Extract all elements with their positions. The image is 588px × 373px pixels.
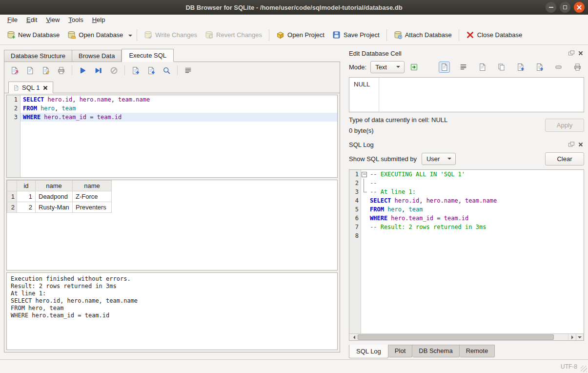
toolbar-separator <box>459 29 459 41</box>
sql-log-text[interactable]: 1 2 3 4 5 6 7 8 <box>349 170 584 333</box>
tab-database-structure[interactable]: Database Structure <box>4 50 72 62</box>
import-icon[interactable] <box>147 66 155 75</box>
clear-button[interactable]: Clear <box>545 152 584 166</box>
dock-float-icon[interactable] <box>568 50 575 57</box>
cell[interactable]: Deadpond <box>36 191 73 202</box>
close-button[interactable] <box>574 2 585 13</box>
sql-editor[interactable]: 1 2 3 SELECT hero.id, hero.name, team.na… <box>6 95 338 178</box>
sql-tab-label: SQL 1 <box>22 84 40 91</box>
log-line <box>367 231 584 240</box>
menu-edit[interactable]: Edit <box>22 15 41 25</box>
execute-current-line-icon[interactable] <box>94 66 102 75</box>
word-wrap-icon[interactable] <box>184 66 192 75</box>
maximize-button[interactable] <box>560 2 570 13</box>
tab-browse-data[interactable]: Browse Data <box>72 50 122 62</box>
toolbar-separator <box>124 65 125 75</box>
set-null-icon[interactable] <box>553 62 564 73</box>
open-file-icon[interactable] <box>477 62 488 73</box>
cell[interactable]: 1 <box>17 191 36 202</box>
row-header[interactable]: 1 <box>7 191 17 202</box>
execute-all-icon[interactable] <box>79 66 87 75</box>
column-header-name[interactable]: name <box>73 181 112 191</box>
cell-size-info: 0 byte(s) <box>349 127 447 134</box>
save-sql-file-icon[interactable] <box>26 66 34 75</box>
export-icon[interactable] <box>131 66 140 75</box>
log-code: -- EXECUTING ALL IN 'SQL 1' -- -- At lin… <box>367 170 584 333</box>
print-icon[interactable] <box>57 66 65 75</box>
tab-remote[interactable]: Remote <box>460 345 495 357</box>
scroll-right-icon[interactable] <box>568 334 576 340</box>
attach-database-button[interactable]: Attach Database <box>390 28 456 42</box>
cell[interactable]: 2 <box>17 202 36 213</box>
stop-icon <box>110 66 118 75</box>
execution-output[interactable]: Execution finished without errors. Resul… <box>6 272 338 350</box>
save-project-button[interactable]: Save Project <box>328 28 384 42</box>
row-header[interactable]: 2 <box>7 202 17 213</box>
submitter-select[interactable]: User <box>422 153 456 165</box>
log-line: -- At line 1: <box>367 187 584 196</box>
fold-guide-end <box>361 187 367 196</box>
open-database-dropdown[interactable] <box>127 29 134 41</box>
find-replace-icon[interactable] <box>162 66 171 75</box>
open-sql-file-icon[interactable] <box>10 66 19 75</box>
sql-file-tab[interactable]: SQL 1 <box>8 82 53 93</box>
save-sql-as-icon[interactable] <box>41 66 50 75</box>
sql-tab-bar: SQL 1 <box>4 79 340 93</box>
column-header-id[interactable]: id <box>17 181 36 191</box>
sql-toolbar <box>4 62 340 79</box>
open-database-button[interactable]: Open Database <box>63 28 127 42</box>
column-header-name[interactable]: name <box>36 181 73 191</box>
dock-close-icon[interactable] <box>577 50 584 57</box>
cell-info-row: Type of data currently in cell: NULL 0 b… <box>349 116 584 134</box>
mode-select[interactable]: Text <box>370 61 405 73</box>
corner-header <box>7 181 17 191</box>
resize-grip[interactable] <box>581 366 587 372</box>
close-database-button[interactable]: Close Database <box>462 28 527 42</box>
import-apply-icon[interactable] <box>408 62 420 73</box>
cell[interactable]: Rusty-Man <box>36 202 73 213</box>
print-icon[interactable] <box>572 62 583 73</box>
minimize-button[interactable] <box>546 2 556 13</box>
sql-log-title: SQL Log <box>349 141 566 148</box>
export-data-icon[interactable] <box>534 62 545 73</box>
revert-changes-icon <box>205 31 213 39</box>
dock-float-icon[interactable] <box>568 141 575 148</box>
copy-icon[interactable] <box>496 62 507 73</box>
cell[interactable]: Z-Force <box>73 191 112 202</box>
log-line-numbers: 1 2 3 4 5 6 7 8 <box>349 170 361 333</box>
open-project-button[interactable]: Open Project <box>272 28 328 42</box>
menu-view[interactable]: View <box>41 15 64 25</box>
tab-plot[interactable]: Plot <box>388 345 412 357</box>
scroll-down-icon[interactable] <box>576 334 584 340</box>
cell-value-editor[interactable]: NULL <box>349 77 584 112</box>
sql-tab-close-icon[interactable] <box>42 85 48 91</box>
scroll-left-icon[interactable] <box>349 334 357 340</box>
dock-close-icon[interactable] <box>577 141 584 148</box>
toolbar-separator <box>269 29 269 41</box>
scrollbar-thumb[interactable] <box>358 334 554 340</box>
save-project-icon <box>332 31 341 39</box>
scrollbar-track[interactable] <box>357 334 568 340</box>
filter-label: Show SQL submitted by <box>349 155 417 163</box>
tab-sql-log[interactable]: SQL Log <box>349 345 388 358</box>
text-mode-icon[interactable] <box>439 62 450 73</box>
log-line: WHERE hero.team_id = team.id <box>367 214 584 223</box>
import-data-icon[interactable] <box>515 62 526 73</box>
new-database-button[interactable]: New Database <box>3 28 63 42</box>
word-wrap-icon[interactable] <box>458 62 469 73</box>
log-line: FROM hero, team <box>367 205 584 214</box>
cell[interactable]: Preventers <box>73 202 112 213</box>
window-title: DB Browser for SQLite - /home/user/code/… <box>185 4 402 11</box>
code-line: FROM hero, team <box>20 104 337 113</box>
fold-collapse-icon[interactable] <box>361 170 367 179</box>
menu-file[interactable]: File <box>3 15 22 25</box>
horizontal-scrollbar[interactable] <box>349 333 584 340</box>
editor-code[interactable]: SELECT hero.id, hero.name, team.name FRO… <box>20 95 337 177</box>
tab-db-schema[interactable]: DB Schema <box>412 345 459 357</box>
menu-tools[interactable]: Tools <box>64 15 87 25</box>
tab-execute-sql[interactable]: Execute SQL <box>122 49 174 62</box>
edit-cell-mode-row: Mode: Text <box>349 60 584 74</box>
menu-help[interactable]: Help <box>88 15 110 25</box>
apply-button: Apply <box>545 119 584 132</box>
close-database-icon <box>466 31 474 39</box>
